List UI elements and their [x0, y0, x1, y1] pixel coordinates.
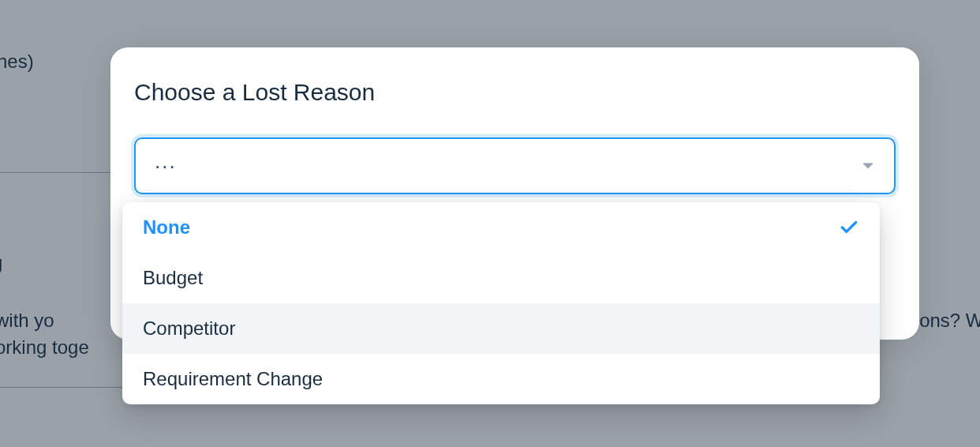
modal-title: Choose a Lost Reason: [134, 79, 896, 106]
caret-down-icon: [862, 163, 873, 169]
dropdown-option-label: Budget: [143, 267, 203, 289]
bg-divider: [0, 387, 134, 388]
dropdown-option-requirement-change[interactable]: Requirement Change: [122, 354, 880, 404]
lost-reason-select[interactable]: ...: [134, 137, 896, 194]
dropdown-option-label: Requirement Change: [143, 368, 323, 390]
bg-text-fragment: Haines): [0, 47, 34, 76]
dropdown-option-competitor[interactable]: Competitor: [122, 303, 880, 354]
check-icon: [839, 217, 859, 238]
bg-text-fragment: to working toge: [0, 333, 89, 362]
bg-text-fragment: g: [0, 249, 2, 277]
dropdown-option-label: Competitor: [143, 317, 235, 340]
select-placeholder: ...: [155, 149, 177, 174]
dropdown-option-label: None: [143, 216, 190, 239]
dropdown-option-none[interactable]: None: [122, 202, 880, 253]
dropdown-option-budget[interactable]: Budget: [122, 253, 880, 303]
bg-text-fragment: ions? We'r: [915, 306, 980, 335]
lost-reason-select-wrapper: ...: [134, 137, 896, 194]
bg-text-fragment: k in with yo: [0, 306, 54, 335]
lost-reason-dropdown: None Budget Competitor Requirement Chang…: [122, 202, 880, 404]
